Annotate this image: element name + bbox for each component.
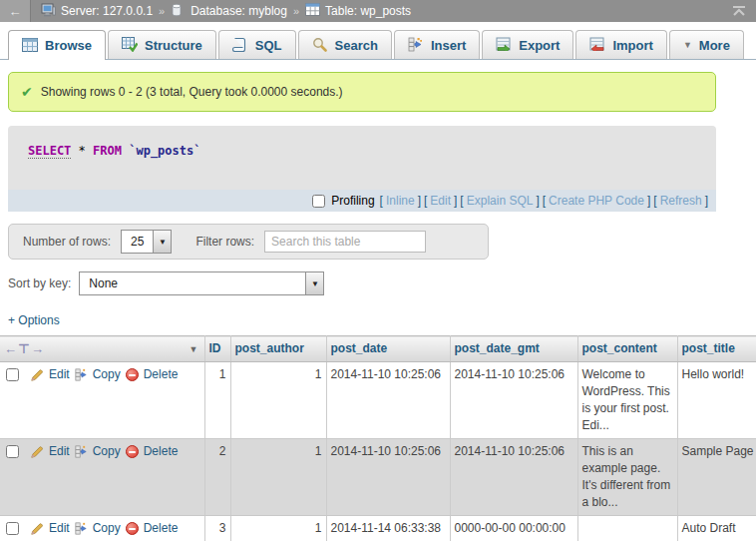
bracket: [ [460, 194, 463, 208]
cell-post-content [577, 516, 677, 541]
refresh-link[interactable]: Refresh [660, 194, 702, 208]
sql-keyword-select: SELECT [28, 144, 71, 159]
copy-row-icon [75, 368, 88, 381]
tab-browse[interactable]: Browse [8, 30, 106, 60]
breadcrumb-separator: » [159, 5, 165, 17]
cell-post-title: Sample Page [677, 439, 756, 516]
copy-row-link[interactable]: Copy [93, 520, 121, 537]
bracket: ] [705, 194, 708, 208]
profiling-label: Profiling [331, 194, 374, 208]
copy-row-link[interactable]: Copy [93, 366, 121, 383]
column-header-id[interactable]: ID [204, 336, 230, 362]
edit-pencil-icon [30, 445, 44, 459]
breadcrumb-database[interactable]: Database: myblog [171, 3, 287, 19]
breadcrumb-table[interactable]: Table: wp_posts [305, 3, 411, 19]
copy-row-icon [75, 445, 88, 458]
filter-rows-input[interactable] [264, 231, 426, 253]
row-controls-bar: Number of rows: 25 ▼ Filter rows: [8, 224, 489, 260]
cell-post-title: Auto Draft [677, 516, 756, 541]
tab-import-label: Import [612, 38, 652, 53]
tab-insert[interactable]: Insert [394, 30, 480, 59]
row-select-checkbox[interactable] [6, 522, 19, 535]
edit-query-link[interactable]: Edit [430, 194, 451, 208]
number-of-rows-select[interactable]: 25 ▼ [121, 230, 172, 254]
cell-post-title: Hello world! [677, 362, 756, 439]
breadcrumb-server[interactable]: Server: 127.0.0.1 [41, 3, 153, 19]
breadcrumb-separator: » [293, 5, 299, 17]
collapse-icon [731, 5, 747, 17]
number-of-rows-label: Number of rows: [23, 235, 111, 249]
bracket: ] [536, 194, 539, 208]
delete-row-link[interactable]: Delete [144, 443, 179, 460]
delete-row-link[interactable]: Delete [144, 520, 179, 537]
cell-post-date-gmt: 2014-11-10 10:25:06 [450, 439, 577, 516]
column-header-post-author[interactable]: post_author [230, 336, 326, 362]
edit-row-link[interactable]: Edit [49, 366, 70, 383]
query-tools-bar: Profiling [ Inline ] [ Edit ] [ Explain … [8, 190, 716, 212]
table-row: Edit Copy Delete 1 1 2014-11-10 10:25:06… [0, 362, 756, 439]
profiling-checkbox[interactable] [312, 195, 325, 208]
column-header-post-title[interactable]: post_title [677, 336, 756, 362]
edit-row-link[interactable]: Edit [49, 520, 70, 537]
actions-dropdown-icon[interactable]: ▼ [189, 344, 198, 354]
tab-insert-label: Insert [431, 38, 466, 53]
explain-sql-link[interactable]: Explain SQL [467, 194, 534, 208]
tab-sql[interactable]: SQL [218, 30, 296, 59]
tab-import[interactable]: Import [575, 30, 666, 59]
sort-by-key-select[interactable]: None ▼ [79, 271, 324, 295]
cell-id: 3 [204, 516, 230, 541]
row-actions-cell: Edit Copy Delete [0, 362, 204, 439]
options-toggle-link[interactable]: + Options [8, 313, 60, 327]
bracket: ] [454, 194, 457, 208]
cell-post-content: This is an example page. It's different … [577, 439, 677, 516]
filter-rows-label: Filter rows: [195, 235, 254, 249]
tab-browse-label: Browse [45, 38, 92, 53]
results-header-row: ←⊤→ ▼ ID post_author post_date post_date… [0, 336, 756, 362]
tab-more[interactable]: ▼ More [669, 30, 744, 59]
success-check-icon: ✔ [21, 84, 33, 100]
select-arrow-icon: ▼ [153, 231, 171, 253]
sort-by-key-value: None [80, 272, 127, 294]
bracket: [ [653, 194, 656, 208]
delete-row-link[interactable]: Delete [144, 366, 179, 383]
sql-table-identifier: `wp_posts` [129, 144, 200, 158]
cell-post-author: 1 [230, 362, 326, 439]
copy-row-link[interactable]: Copy [93, 443, 121, 460]
sort-by-key-label: Sort by key: [8, 276, 71, 290]
tab-sql-label: SQL [255, 38, 282, 53]
edit-pencil-icon [30, 368, 44, 382]
inline-link[interactable]: Inline [386, 194, 415, 208]
breadcrumb: Server: 127.0.0.1 » Database: myblog » T… [31, 3, 722, 19]
edit-pencil-icon [30, 522, 44, 536]
table-row: Edit Copy Delete 3 1 2014-11-14 06:33:38… [0, 516, 756, 541]
breadcrumb-table-label: Table: wp_posts [325, 4, 411, 18]
search-icon [312, 37, 328, 53]
tab-export-label: Export [519, 38, 560, 53]
tab-export[interactable]: Export [482, 30, 573, 59]
row-actions-cell: Edit Copy Delete [0, 516, 204, 541]
insert-icon [408, 37, 424, 53]
column-header-post-date-gmt[interactable]: post_date_gmt [450, 336, 577, 362]
tab-search[interactable]: Search [298, 30, 392, 59]
database-icon [171, 3, 187, 19]
sql-keyword-from: FROM [93, 144, 122, 158]
delete-row-icon [126, 368, 139, 381]
back-button[interactable]: ← [0, 0, 31, 22]
sql-query-section: SELECT * FROM `wp_posts` Profiling [ Inl… [8, 126, 716, 212]
row-select-checkbox[interactable] [6, 445, 19, 458]
collapse-console-button[interactable] [722, 5, 756, 17]
tab-structure[interactable]: Structure [108, 30, 216, 59]
table-icon [305, 3, 321, 19]
column-header-post-date[interactable]: post_date [326, 336, 450, 362]
column-header-post-content[interactable]: post_content [577, 336, 677, 362]
cell-post-date: 2014-11-10 10:25:06 [326, 362, 450, 439]
row-navigation-icon[interactable]: ←⊤→ [4, 341, 45, 356]
sort-row: Sort by key: None ▼ [8, 271, 756, 295]
server-icon [41, 3, 57, 19]
table-row: Edit Copy Delete 2 1 2014-11-10 10:25:06… [0, 439, 756, 516]
create-php-code-link[interactable]: Create PHP Code [549, 194, 644, 208]
row-select-checkbox[interactable] [6, 368, 19, 381]
edit-row-link[interactable]: Edit [49, 443, 70, 460]
cell-id: 1 [204, 362, 230, 439]
delete-row-icon [126, 522, 139, 535]
